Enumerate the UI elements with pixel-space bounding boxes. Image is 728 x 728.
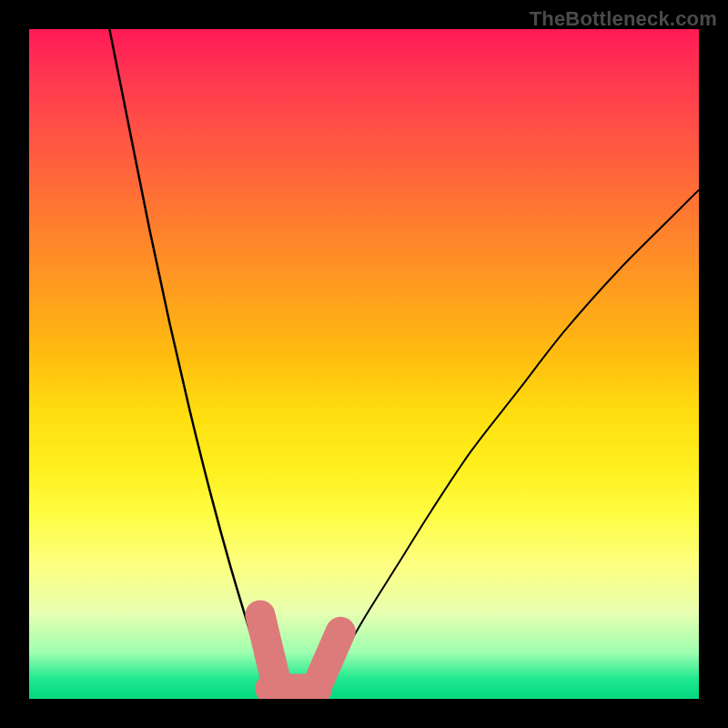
credit-watermark: TheBottleneck.com xyxy=(530,7,717,31)
marker-right-cap xyxy=(317,632,340,685)
right-curve xyxy=(317,190,699,699)
chart-frame: TheBottleneck.com xyxy=(0,0,728,728)
plot-area xyxy=(29,29,699,699)
left-curve xyxy=(109,29,277,699)
chart-svg xyxy=(29,29,699,699)
markers-group xyxy=(260,615,340,689)
